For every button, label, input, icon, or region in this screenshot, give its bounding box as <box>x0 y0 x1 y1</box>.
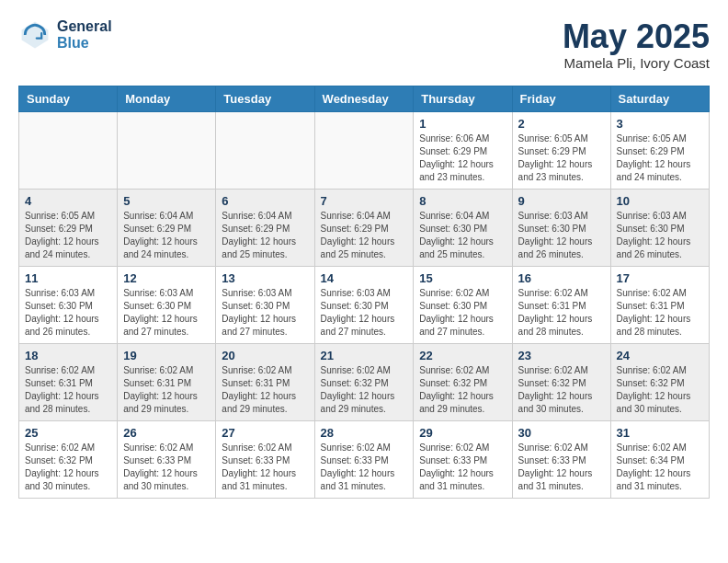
day-number: 14 <box>321 271 408 285</box>
day-info: Sunrise: 6:04 AMSunset: 6:29 PMDaylight:… <box>123 210 210 261</box>
day-number: 26 <box>123 426 210 440</box>
day-info: Sunrise: 6:05 AMSunset: 6:29 PMDaylight:… <box>518 132 605 184</box>
calendar-cell <box>118 111 216 189</box>
calendar-cell: 21Sunrise: 6:02 AMSunset: 6:32 PMDayligh… <box>314 343 414 420</box>
calendar-week-row: 11Sunrise: 6:03 AMSunset: 6:30 PMDayligh… <box>19 266 710 343</box>
day-number: 7 <box>321 194 408 208</box>
day-info: Sunrise: 6:04 AMSunset: 6:29 PMDaylight:… <box>222 210 308 261</box>
day-info: Sunrise: 6:03 AMSunset: 6:30 PMDaylight:… <box>321 287 408 339</box>
logo-icon <box>18 18 51 52</box>
day-number: 29 <box>419 426 506 440</box>
calendar-cell: 3Sunrise: 6:05 AMSunset: 6:29 PMDaylight… <box>610 111 709 189</box>
day-info: Sunrise: 6:02 AMSunset: 6:31 PMDaylight:… <box>617 287 703 339</box>
calendar-cell: 1Sunrise: 6:06 AMSunset: 6:29 PMDaylight… <box>414 111 512 189</box>
calendar-cell: 30Sunrise: 6:02 AMSunset: 6:33 PMDayligh… <box>512 420 610 498</box>
page-header: General Blue May 2025 Mamela Pli, Ivory … <box>18 18 710 71</box>
weekday-header-wednesday: Wednesday <box>314 86 414 111</box>
day-info: Sunrise: 6:02 AMSunset: 6:31 PMDaylight:… <box>123 364 210 416</box>
day-info: Sunrise: 6:02 AMSunset: 6:32 PMDaylight:… <box>321 364 408 416</box>
day-info: Sunrise: 6:03 AMSunset: 6:30 PMDaylight:… <box>123 287 210 339</box>
day-info: Sunrise: 6:03 AMSunset: 6:30 PMDaylight:… <box>518 210 605 261</box>
calendar-cell: 8Sunrise: 6:04 AMSunset: 6:30 PMDaylight… <box>414 189 512 266</box>
location-subtitle: Mamela Pli, Ivory Coast <box>563 55 710 71</box>
calendar-cell: 22Sunrise: 6:02 AMSunset: 6:32 PMDayligh… <box>414 343 512 420</box>
day-number: 6 <box>222 194 308 208</box>
day-number: 18 <box>25 349 111 362</box>
day-number: 23 <box>518 349 605 362</box>
day-number: 27 <box>222 426 308 440</box>
weekday-header-friday: Friday <box>512 86 610 111</box>
day-number: 24 <box>617 349 703 362</box>
day-number: 9 <box>518 194 605 208</box>
day-number: 5 <box>123 194 210 208</box>
day-info: Sunrise: 6:02 AMSunset: 6:30 PMDaylight:… <box>419 287 506 339</box>
day-info: Sunrise: 6:02 AMSunset: 6:32 PMDaylight:… <box>25 442 111 493</box>
day-number: 13 <box>222 271 308 285</box>
day-info: Sunrise: 6:02 AMSunset: 6:31 PMDaylight:… <box>222 364 308 416</box>
day-info: Sunrise: 6:02 AMSunset: 6:33 PMDaylight:… <box>123 442 210 493</box>
day-info: Sunrise: 6:04 AMSunset: 6:30 PMDaylight:… <box>419 210 506 261</box>
calendar-cell: 24Sunrise: 6:02 AMSunset: 6:32 PMDayligh… <box>610 343 709 420</box>
calendar-cell: 29Sunrise: 6:02 AMSunset: 6:33 PMDayligh… <box>414 420 512 498</box>
day-info: Sunrise: 6:02 AMSunset: 6:32 PMDaylight:… <box>419 364 506 416</box>
day-info: Sunrise: 6:02 AMSunset: 6:32 PMDaylight:… <box>617 364 703 416</box>
day-number: 30 <box>518 426 605 440</box>
calendar-cell: 13Sunrise: 6:03 AMSunset: 6:30 PMDayligh… <box>216 266 314 343</box>
day-number: 4 <box>25 194 111 208</box>
day-number: 3 <box>617 117 703 131</box>
calendar-week-row: 25Sunrise: 6:02 AMSunset: 6:32 PMDayligh… <box>19 420 710 498</box>
weekday-header-saturday: Saturday <box>610 86 709 111</box>
day-number: 28 <box>321 426 408 440</box>
calendar-cell: 10Sunrise: 6:03 AMSunset: 6:30 PMDayligh… <box>610 189 709 266</box>
calendar-cell: 4Sunrise: 6:05 AMSunset: 6:29 PMDaylight… <box>19 189 118 266</box>
day-info: Sunrise: 6:02 AMSunset: 6:33 PMDaylight:… <box>321 442 408 493</box>
calendar-cell: 6Sunrise: 6:04 AMSunset: 6:29 PMDaylight… <box>216 189 314 266</box>
day-number: 12 <box>123 271 210 285</box>
calendar-cell: 19Sunrise: 6:02 AMSunset: 6:31 PMDayligh… <box>118 343 216 420</box>
calendar-table: SundayMondayTuesdayWednesdayThursdayFrid… <box>18 86 710 499</box>
day-info: Sunrise: 6:02 AMSunset: 6:31 PMDaylight:… <box>25 364 111 416</box>
day-number: 2 <box>518 117 605 131</box>
calendar-cell: 2Sunrise: 6:05 AMSunset: 6:29 PMDaylight… <box>512 111 610 189</box>
calendar-week-row: 4Sunrise: 6:05 AMSunset: 6:29 PMDaylight… <box>19 189 710 266</box>
calendar-cell: 28Sunrise: 6:02 AMSunset: 6:33 PMDayligh… <box>314 420 414 498</box>
day-info: Sunrise: 6:02 AMSunset: 6:33 PMDaylight:… <box>518 442 605 493</box>
calendar-cell: 26Sunrise: 6:02 AMSunset: 6:33 PMDayligh… <box>118 420 216 498</box>
logo-text: General Blue <box>57 18 112 51</box>
calendar-cell: 18Sunrise: 6:02 AMSunset: 6:31 PMDayligh… <box>19 343 118 420</box>
weekday-header-row: SundayMondayTuesdayWednesdayThursdayFrid… <box>19 86 710 111</box>
day-info: Sunrise: 6:05 AMSunset: 6:29 PMDaylight:… <box>617 132 703 184</box>
day-number: 31 <box>617 426 703 440</box>
day-number: 21 <box>321 349 408 362</box>
calendar-cell: 23Sunrise: 6:02 AMSunset: 6:32 PMDayligh… <box>512 343 610 420</box>
calendar-cell: 20Sunrise: 6:02 AMSunset: 6:31 PMDayligh… <box>216 343 314 420</box>
calendar-cell: 14Sunrise: 6:03 AMSunset: 6:30 PMDayligh… <box>314 266 414 343</box>
title-block: May 2025 Mamela Pli, Ivory Coast <box>563 18 710 71</box>
day-info: Sunrise: 6:03 AMSunset: 6:30 PMDaylight:… <box>222 287 308 339</box>
day-info: Sunrise: 6:02 AMSunset: 6:33 PMDaylight:… <box>419 442 506 493</box>
calendar-cell: 9Sunrise: 6:03 AMSunset: 6:30 PMDaylight… <box>512 189 610 266</box>
day-info: Sunrise: 6:02 AMSunset: 6:32 PMDaylight:… <box>518 364 605 416</box>
day-info: Sunrise: 6:02 AMSunset: 6:31 PMDaylight:… <box>518 287 605 339</box>
day-number: 16 <box>518 271 605 285</box>
calendar-cell: 27Sunrise: 6:02 AMSunset: 6:33 PMDayligh… <box>216 420 314 498</box>
day-number: 10 <box>617 194 703 208</box>
calendar-cell: 11Sunrise: 6:03 AMSunset: 6:30 PMDayligh… <box>19 266 118 343</box>
day-number: 22 <box>419 349 506 362</box>
day-info: Sunrise: 6:05 AMSunset: 6:29 PMDaylight:… <box>25 210 111 261</box>
month-year-title: May 2025 <box>563 18 710 55</box>
day-info: Sunrise: 6:02 AMSunset: 6:33 PMDaylight:… <box>222 442 308 493</box>
calendar-cell <box>19 111 118 189</box>
day-info: Sunrise: 6:06 AMSunset: 6:29 PMDaylight:… <box>419 132 506 184</box>
day-number: 20 <box>222 349 308 362</box>
day-number: 15 <box>419 271 506 285</box>
day-info: Sunrise: 6:03 AMSunset: 6:30 PMDaylight:… <box>617 210 703 261</box>
calendar-cell: 12Sunrise: 6:03 AMSunset: 6:30 PMDayligh… <box>118 266 216 343</box>
day-number: 17 <box>617 271 703 285</box>
weekday-header-tuesday: Tuesday <box>216 86 314 111</box>
day-number: 1 <box>419 117 506 131</box>
day-info: Sunrise: 6:04 AMSunset: 6:29 PMDaylight:… <box>321 210 408 261</box>
calendar-cell: 17Sunrise: 6:02 AMSunset: 6:31 PMDayligh… <box>610 266 709 343</box>
day-info: Sunrise: 6:03 AMSunset: 6:30 PMDaylight:… <box>25 287 111 339</box>
calendar-cell: 7Sunrise: 6:04 AMSunset: 6:29 PMDaylight… <box>314 189 414 266</box>
